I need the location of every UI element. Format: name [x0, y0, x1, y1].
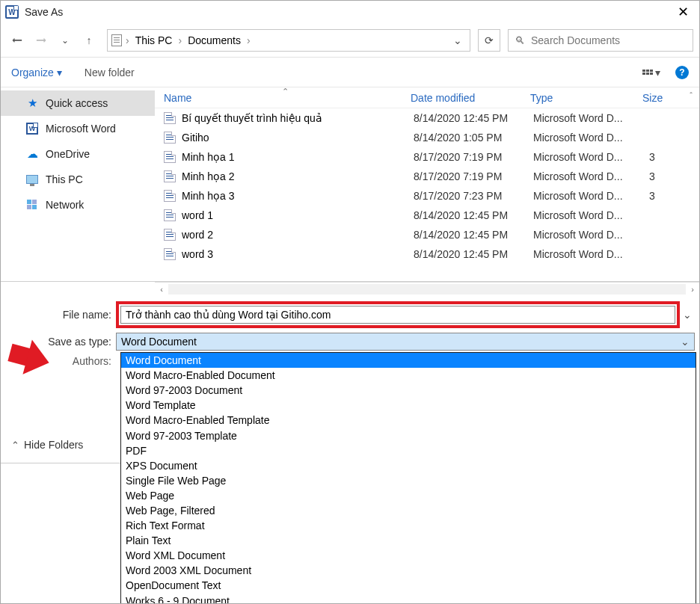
- hide-folders-label: Hide Folders: [24, 439, 83, 451]
- table-row[interactable]: word 28/14/2020 12:45 PMMicrosoft Word D…: [155, 225, 699, 244]
- file-type: Microsoft Word D...: [533, 248, 649, 260]
- chevron-right-icon[interactable]: ›: [178, 34, 182, 46]
- horizontal-scrollbar[interactable]: ‹ ›: [155, 282, 699, 295]
- file-type: Microsoft Word D...: [533, 229, 649, 241]
- dropdown-option[interactable]: Word 97-2003 Template: [121, 428, 696, 443]
- file-date: 8/14/2020 1:05 PM: [414, 132, 533, 144]
- chevron-right-icon[interactable]: ›: [126, 34, 129, 46]
- dropdown-option[interactable]: Web Page: [121, 488, 696, 503]
- search-input[interactable]: [531, 34, 687, 46]
- table-row[interactable]: Gitiho8/14/2020 1:05 PMMicrosoft Word D.…: [155, 128, 699, 147]
- nav-recent-button[interactable]: ⌄: [55, 30, 76, 51]
- sidebar-item-label: Network: [46, 199, 84, 211]
- sort-indicator-icon: ⌃: [282, 87, 289, 96]
- sidebar-item-label: OneDrive: [46, 148, 90, 160]
- dropdown-option[interactable]: XPS Document: [121, 458, 696, 473]
- help-icon[interactable]: ?: [675, 66, 689, 79]
- file-type: Microsoft Word D...: [533, 170, 649, 182]
- saveastype-dropdown[interactable]: Word DocumentWord Macro-Enabled Document…: [120, 352, 696, 604]
- file-name: word 2: [182, 229, 414, 241]
- dropdown-option[interactable]: Word 2003 XML Document: [121, 563, 696, 578]
- file-list: ⌃ Name Date modified Type Size Bí quyết …: [155, 87, 699, 281]
- view-options-button[interactable]: ▾: [642, 67, 660, 78]
- word-doc-icon: [164, 248, 176, 260]
- navbar: 🠔 🠖 ⌄ ↑ › This PC › Documents › ⌄ ⟳ 🔍︎: [1, 23, 699, 58]
- word-icon: W: [26, 123, 38, 135]
- dropdown-option[interactable]: Word Document: [121, 353, 696, 368]
- col-header-date[interactable]: Date modified: [411, 92, 530, 104]
- dropdown-option[interactable]: Word Macro-Enabled Document: [121, 368, 696, 383]
- saveastype-select[interactable]: Word Document ⌄: [116, 333, 695, 351]
- table-row[interactable]: Minh họa 18/17/2020 7:19 PMMicrosoft Wor…: [155, 147, 699, 167]
- search-box[interactable]: 🔍︎: [508, 29, 693, 52]
- divider: [1, 463, 120, 463]
- file-date: 8/17/2020 7:23 PM: [414, 190, 533, 202]
- sidebar-item-quick-access[interactable]: ★ Quick access: [1, 90, 155, 116]
- sidebar-item-label: Quick access: [46, 97, 108, 109]
- search-icon: 🔍︎: [515, 34, 525, 46]
- new-folder-button[interactable]: New folder: [85, 67, 135, 78]
- dropdown-option[interactable]: Word Macro-Enabled Template: [121, 413, 696, 428]
- table-row[interactable]: word 18/14/2020 12:45 PMMicrosoft Word D…: [155, 206, 699, 225]
- dropdown-option[interactable]: Rich Text Format: [121, 518, 696, 533]
- table-row[interactable]: word 38/14/2020 12:45 PMMicrosoft Word D…: [155, 244, 699, 264]
- scroll-right-icon[interactable]: ›: [686, 285, 699, 294]
- table-row[interactable]: Minh họa 28/17/2020 7:19 PMMicrosoft Wor…: [155, 167, 699, 186]
- organize-label: Organize: [11, 67, 54, 78]
- dropdown-option[interactable]: Word Template: [121, 398, 696, 413]
- scroll-left-icon[interactable]: ‹: [155, 285, 168, 294]
- col-header-size[interactable]: Size: [642, 92, 663, 104]
- dropdown-option[interactable]: Word 97-2003 Document: [121, 383, 696, 398]
- sidebar-item-network[interactable]: Network: [1, 192, 155, 218]
- toolbar: Organize ▾ New folder ▾ ?: [1, 58, 699, 87]
- refresh-button[interactable]: ⟳: [478, 29, 500, 52]
- file-type: Microsoft Word D...: [533, 151, 649, 163]
- sidebar-item-onedrive[interactable]: ☁ OneDrive: [1, 141, 155, 167]
- filename-dropdown-icon[interactable]: ⌄: [680, 309, 695, 321]
- dropdown-option[interactable]: PDF: [121, 443, 696, 458]
- hide-folders-button[interactable]: ⌃ Hide Folders: [11, 439, 83, 451]
- dropdown-option[interactable]: Web Page, Filtered: [121, 503, 696, 518]
- filename-input[interactable]: [120, 306, 675, 324]
- file-name: Gitiho: [182, 132, 414, 144]
- nav-back-button[interactable]: 🠔: [7, 30, 28, 51]
- scroll-track[interactable]: [168, 284, 686, 295]
- breadcrumb-documents[interactable]: Documents: [185, 33, 244, 48]
- file-type: Microsoft Word D...: [533, 190, 649, 202]
- nav-up-button[interactable]: ↑: [79, 30, 99, 51]
- dropdown-option[interactable]: Works 6 - 9 Document: [121, 594, 696, 605]
- file-type: Microsoft Word D...: [533, 209, 649, 221]
- word-doc-icon: [164, 151, 176, 163]
- saveastype-value: Word Document: [121, 336, 197, 348]
- table-row[interactable]: Bí quyết thuyết trình hiệu quả8/14/2020 …: [155, 108, 699, 128]
- breadcrumb-file-icon: [111, 34, 123, 46]
- breadcrumb[interactable]: › This PC › Documents › ⌄: [107, 29, 470, 52]
- cloud-icon: ☁: [26, 148, 38, 160]
- sidebar: ★ Quick access W Microsoft Word ☁ OneDri…: [1, 87, 155, 281]
- filename-row: File name: ⌄: [5, 301, 695, 328]
- column-headers[interactable]: ⌃ Name Date modified Type Size: [155, 87, 699, 108]
- word-doc-icon: [164, 190, 176, 202]
- file-size: 3: [649, 190, 655, 202]
- file-name: Minh họa 2: [182, 170, 414, 182]
- sidebar-item-word[interactable]: W Microsoft Word: [1, 116, 155, 141]
- organize-button[interactable]: Organize ▾: [11, 67, 62, 78]
- table-row[interactable]: Minh họa 38/17/2020 7:23 PMMicrosoft Wor…: [155, 186, 699, 206]
- dropdown-option[interactable]: Plain Text: [121, 533, 696, 548]
- dropdown-option[interactable]: Word XML Document: [121, 548, 696, 563]
- col-header-type[interactable]: Type: [530, 92, 642, 104]
- chevron-down-icon: ⌄: [681, 336, 690, 348]
- breadcrumb-this-pc[interactable]: This PC: [132, 33, 176, 48]
- breadcrumb-dropdown-button[interactable]: ⌄: [449, 34, 467, 46]
- word-doc-icon: [164, 132, 176, 144]
- close-icon[interactable]: ✕: [672, 2, 695, 22]
- chevron-right-icon[interactable]: ›: [247, 34, 251, 46]
- file-name: Bí quyết thuyết trình hiệu quả: [182, 112, 414, 124]
- file-size: 3: [649, 151, 655, 163]
- file-date: 8/17/2020 7:19 PM: [414, 170, 533, 182]
- dropdown-option[interactable]: Single File Web Page: [121, 473, 696, 488]
- chevron-down-icon: ▾: [57, 67, 62, 78]
- dropdown-option[interactable]: OpenDocument Text: [121, 578, 696, 593]
- sidebar-item-label: Microsoft Word: [46, 123, 116, 135]
- sidebar-item-this-pc[interactable]: This PC: [1, 167, 155, 192]
